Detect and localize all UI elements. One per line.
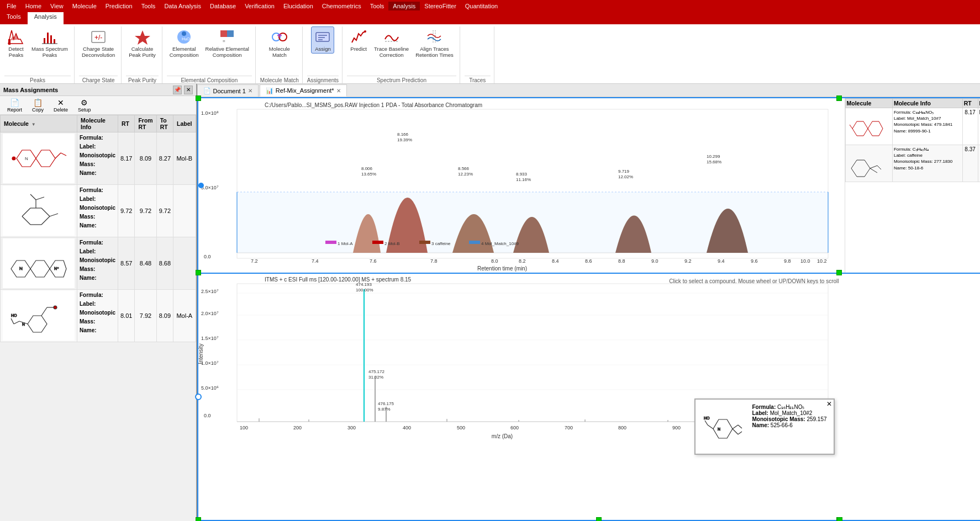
menu-verification[interactable]: Verification bbox=[240, 2, 279, 10]
panel-pin-btn[interactable]: 📌 bbox=[173, 86, 182, 94]
assign-button[interactable]: Assign bbox=[311, 26, 334, 54]
report-button[interactable]: 📄 Report bbox=[3, 97, 26, 114]
delete-button[interactable]: ✕ Delete bbox=[50, 97, 72, 114]
chromatogram[interactable]: 1.0×10⁸ 5.0×10⁷ 0.0 C:/Users/Pablo...SI_… bbox=[197, 97, 980, 274]
ref-mix-close[interactable]: ✕ bbox=[336, 88, 341, 94]
menu-elucidation[interactable]: Elucidation bbox=[279, 2, 318, 10]
click-hint: Click to select a compound. Mouse wheel … bbox=[669, 278, 839, 284]
menu-home[interactable]: Home bbox=[21, 2, 46, 10]
tab-ref-mix[interactable]: 📊 Ref-Mix_Assignment* ✕ bbox=[260, 84, 347, 97]
spectrum-area[interactable]: Click to select a compound. Mouse wheel … bbox=[197, 274, 980, 521]
left-handle[interactable] bbox=[198, 183, 204, 188]
table-row[interactable]: N N⁺ Formula: Label: Monoisotopic Mass: bbox=[1, 237, 196, 290]
traces-group-label: Traces bbox=[465, 76, 491, 83]
svg-text:8.006: 8.006 bbox=[361, 166, 373, 171]
svg-text:476.175: 476.175 bbox=[378, 401, 394, 406]
report-icon: 📄 bbox=[10, 98, 19, 107]
report-label: Report bbox=[7, 107, 22, 113]
spec-handle-b-mid[interactable] bbox=[596, 517, 602, 521]
table-row[interactable]: N Formula: Label: Monoisotopic Mass: Nam… bbox=[1, 132, 196, 185]
svg-marker-107 bbox=[852, 121, 868, 136]
mol-info-row-1[interactable]: Formula: C₂₁H₂₁NO₅ Label: Mol_Match_10#7… bbox=[845, 108, 980, 145]
svg-text:12.02%: 12.02% bbox=[618, 174, 633, 179]
handle-tl[interactable] bbox=[196, 95, 201, 101]
setup-button[interactable]: ⚙ Setup bbox=[74, 97, 95, 114]
tab-tools[interactable]: Tools bbox=[0, 12, 28, 24]
handle-bl[interactable] bbox=[196, 270, 201, 275]
table-wrapper: Molecule ▼ Molecule Info RT From RT To R… bbox=[0, 115, 196, 521]
menu-database[interactable]: Database bbox=[206, 2, 240, 10]
svg-text:0.0: 0.0 bbox=[204, 254, 211, 259]
charge-state-button[interactable]: +/- Charge StateDeconvolution bbox=[79, 26, 118, 60]
traces-buttons bbox=[465, 26, 491, 76]
ribbon-group-spectrum-prediction: Predict Trace BaselineCorrection bbox=[344, 26, 460, 83]
col-molecule: Molecule ▼ bbox=[1, 115, 77, 132]
svg-line-109 bbox=[850, 125, 852, 129]
copy-button[interactable]: 📋 Copy bbox=[28, 97, 48, 114]
predict-button[interactable]: Predict bbox=[347, 26, 370, 54]
menu-prediction[interactable]: Prediction bbox=[101, 2, 137, 10]
align-traces-button[interactable]: Align TracesRetention Times bbox=[413, 26, 456, 60]
popup-details: Formula: C₁₆H₂₁NO₅ Label: Mol_Match_10#2… bbox=[752, 404, 826, 449]
svg-text:8.2: 8.2 bbox=[519, 258, 526, 264]
molecule-col-arrow: ▼ bbox=[31, 122, 36, 127]
mono-mass-label-4: Monoisotopic Mass: bbox=[80, 310, 115, 325]
spectrum-prediction-group-label: Spectrum Prediction bbox=[347, 76, 456, 83]
svg-text:9.719: 9.719 bbox=[618, 169, 630, 174]
spec-left-handle[interactable] bbox=[195, 394, 202, 400]
spec-handle-b-right[interactable] bbox=[837, 517, 842, 521]
svg-text:7.8: 7.8 bbox=[430, 258, 438, 264]
molecule-match-button[interactable]: MoleculeMatch bbox=[266, 26, 293, 60]
rt-cell-1: 8.17 bbox=[118, 132, 135, 185]
mol-image-2 bbox=[3, 186, 75, 236]
trace-baseline-button[interactable]: Trace BaselineCorrection bbox=[371, 26, 412, 60]
svg-text:8.6: 8.6 bbox=[585, 258, 592, 264]
svg-text:5.0×10⁶: 5.0×10⁶ bbox=[201, 385, 219, 391]
spec-handle-bl[interactable] bbox=[196, 517, 201, 521]
menu-data-analysis[interactable]: Data Analysis bbox=[160, 2, 206, 10]
svg-text:3 caffeine: 3 caffeine bbox=[431, 241, 451, 246]
mol-info-4: Formula: Label: Monoisotopic Mass: Name: bbox=[80, 291, 115, 335]
doc1-close[interactable]: ✕ bbox=[248, 88, 252, 94]
handle-br[interactable] bbox=[836, 270, 842, 275]
from-rt-cell-2: 9.72 bbox=[135, 185, 156, 237]
charge-state-group-label: Charge State bbox=[79, 76, 118, 83]
calculate-peak-purity-button[interactable]: CalculatePeak Purity bbox=[126, 26, 159, 60]
detect-peaks-button[interactable]: DetectPeaks bbox=[4, 26, 28, 60]
menu-file[interactable]: File bbox=[2, 2, 21, 10]
peak-purity-label: CalculatePeak Purity bbox=[129, 46, 156, 59]
svg-rect-4 bbox=[47, 33, 49, 44]
menu-chemometrics[interactable]: Chemometrics bbox=[318, 2, 366, 10]
to-rt-cell-3: 8.68 bbox=[156, 237, 173, 290]
col-molecule-info: Molecule Info bbox=[77, 115, 118, 132]
svg-text:2.5×10⁷: 2.5×10⁷ bbox=[201, 289, 219, 294]
handle-tr[interactable] bbox=[836, 95, 842, 101]
mol-info-row-2[interactable]: Formula: C₈H₁₀N₄ Label: caffeine Monoiso… bbox=[845, 145, 980, 182]
menu-analysis[interactable]: Analysis bbox=[388, 2, 420, 10]
mass-spectrum-peaks-button[interactable]: Mass SpectrumPeaks bbox=[29, 26, 71, 60]
popup-formula-label: Formula: bbox=[752, 404, 776, 410]
menu-quantitation[interactable]: Quantitation bbox=[461, 2, 502, 10]
svg-text:7.2: 7.2 bbox=[251, 258, 258, 264]
ribbon-group-peak-purity: CalculatePeak Purity Peak Purity bbox=[123, 26, 162, 83]
menu-view[interactable]: View bbox=[46, 2, 68, 10]
mol-info-cell-3: Formula: Label: Monoisotopic Mass: Name: bbox=[77, 237, 118, 290]
mono-mass-label-1: Monoisotopic Mass: bbox=[80, 152, 115, 167]
relative-elemental-button[interactable]: = Relative ElementalComposition bbox=[203, 26, 252, 60]
popup-close[interactable]: ✕ bbox=[824, 399, 834, 409]
label-cell-1: Mol-B bbox=[173, 132, 196, 185]
svg-marker-10 bbox=[135, 30, 150, 45]
menu-tools[interactable]: Tools bbox=[137, 2, 160, 10]
menu-stereofitter[interactable]: StereoFitter bbox=[420, 2, 460, 10]
mass-spectrum-label: Mass SpectrumPeaks bbox=[31, 46, 68, 59]
menu-molecule[interactable]: Molecule bbox=[68, 2, 101, 10]
chart-area: 1.0×10⁸ 5.0×10⁷ 0.0 C:/Users/Pablo...SI_… bbox=[197, 97, 980, 521]
tab-document1[interactable]: 📄 Document 1 ✕ bbox=[197, 84, 259, 97]
menu-tools2[interactable]: Tools bbox=[366, 2, 389, 10]
table-row[interactable]: N HO Formula: Label: Monoisotopic Mass: bbox=[1, 290, 196, 342]
table-row[interactable]: Formula: Label: Monoisotopic Mass: Name:… bbox=[1, 185, 196, 237]
elemental-composition-button[interactable]: H₂O ElementalComposition bbox=[167, 26, 202, 60]
tab-analysis[interactable]: Analysis bbox=[28, 12, 64, 24]
svg-text:1.0×10⁸: 1.0×10⁸ bbox=[201, 110, 219, 116]
panel-close-btn[interactable]: ✕ bbox=[184, 86, 193, 94]
